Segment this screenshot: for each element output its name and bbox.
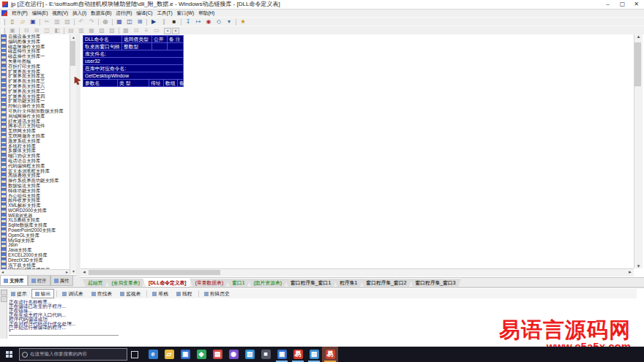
start-button[interactable]: [0, 347, 18, 362]
sidebar-tab-支持库[interactable]: 支持库: [0, 276, 28, 286]
app-green-icon[interactable]: ◆: [193, 347, 209, 362]
output-tab-调试表[interactable]: 调试表: [59, 289, 86, 298]
table-cell[interactable]: [152, 43, 168, 50]
open-app-doc-icon[interactable]: ▤: [306, 347, 322, 362]
task-view-button[interactable]: [127, 347, 142, 362]
table-row: 在库中对应命令名:: [83, 65, 183, 72]
menu-item[interactable]: 程序(P): [10, 10, 30, 17]
table-cell[interactable]: 整数型: [122, 43, 152, 50]
menu-item[interactable]: 编辑(E): [30, 10, 50, 17]
table-cell[interactable]: [168, 43, 190, 50]
menu-item[interactable]: 运行(R): [113, 10, 134, 17]
menu-item[interactable]: 插入(I): [70, 10, 89, 17]
edge-browser-icon[interactable]: e: [145, 347, 161, 362]
output-tab-输出[interactable]: 输出: [31, 289, 55, 298]
app-teal-icon[interactable]: ▥: [242, 347, 258, 362]
output-tab-提示[interactable]: 提示: [7, 289, 31, 298]
minimize-button[interactable]: –: [601, 0, 615, 9]
table-cell[interactable]: 在库中对应命令名:: [83, 65, 183, 72]
table-cell[interactable]: 参数名: [83, 80, 118, 86]
table-cell[interactable]: GetDesktopWindow: [83, 72, 183, 79]
output-tab-线程[interactable]: 线程: [173, 289, 196, 298]
tab-icon: [152, 292, 157, 296]
scroll-left-arrow[interactable]: ◄: [82, 270, 86, 274]
close-button[interactable]: ✕: [629, 0, 643, 9]
menu-item[interactable]: 帮助(H): [196, 10, 217, 17]
table-cell[interactable]: 数组: [164, 80, 178, 86]
flag-icon[interactable]: ▾: [225, 18, 233, 26]
library-list: 音频设备支持库编码图像支持库磁盘匣操作支持库磁盘特性支持库磁盘操作支持库一矢量绘…: [0, 34, 70, 269]
output-close-button[interactable]: [1, 296, 7, 302]
app-blue-icon[interactable]: ▣: [177, 347, 193, 362]
menu-item[interactable]: 编译(C): [134, 10, 154, 17]
scroll-right-arrow[interactable]: ►: [65, 270, 69, 275]
layout-split-icon[interactable]: ◫: [125, 18, 134, 26]
scrollbar-thumb[interactable]: [634, 42, 641, 86]
table-cell[interactable]: 备 注: [178, 80, 192, 86]
align-bottom-icon: ◫: [42, 27, 51, 34]
breakpoint-icon[interactable]: ◉: [204, 18, 213, 26]
task-view-icon: [131, 351, 138, 358]
open-app-elang-icon[interactable]: 易: [290, 347, 306, 362]
output-tab-监视表[interactable]: 监视表: [116, 289, 144, 298]
toolbar-grip[interactable]: [1, 19, 5, 26]
table-cell[interactable]: 公开: [152, 36, 168, 42]
scroll-up-arrow[interactable]: ▲: [634, 34, 643, 39]
save-icon[interactable]: ▣: [29, 18, 37, 26]
output-pin-button[interactable]: [1, 290, 7, 295]
dll-command-table: DLL命令名返回值类型公开备 注取桌面窗口句柄整数型库文件名:user32在库中…: [83, 35, 184, 87]
step-over-icon[interactable]: ↦: [194, 18, 203, 26]
table-row: 参数名类 型传址数组备 注: [83, 80, 183, 86]
open-file-icon[interactable]: ▱: [18, 18, 27, 26]
toolbar-grip[interactable]: [1, 28, 5, 34]
toolbar-separator: [64, 28, 64, 34]
run-icon[interactable]: ▶: [149, 18, 158, 26]
toolbar-separator: [181, 19, 181, 26]
table-cell[interactable]: user32: [83, 58, 183, 64]
layout-window-icon[interactable]: ▦: [115, 18, 124, 26]
stop-icon[interactable]: ■: [170, 18, 179, 26]
active-elang-icon[interactable]: 易: [322, 347, 338, 362]
taskbar-search-input[interactable]: 在这里输入你要搜索的内容: [19, 348, 127, 361]
scroll-left-arrow[interactable]: ◄: [1, 270, 4, 275]
sidebar-tab-属性[interactable]: 属性: [50, 276, 73, 286]
layout-grid-icon[interactable]: ⊞: [135, 18, 144, 26]
wizard-icon[interactable]: ★: [239, 18, 247, 26]
step-into-icon[interactable]: ↧: [184, 18, 192, 26]
output-tab-查找表[interactable]: 查找表: [88, 289, 116, 298]
table-cell[interactable]: 库文件名:: [83, 50, 183, 57]
table-cell[interactable]: 取桌面窗口句柄: [83, 43, 122, 50]
scrollbar-thumb[interactable]: [70, 41, 75, 66]
table-cell[interactable]: 返回值类型: [122, 36, 152, 42]
sidebar-horizontal-scrollbar[interactable]: ◄ ►: [0, 269, 70, 275]
watch-icon[interactable]: ◇: [214, 18, 223, 26]
menu-item[interactable]: 窗口(W): [175, 10, 196, 17]
panel-close-button[interactable]: ×: [172, 28, 179, 34]
output-grip[interactable]: [0, 289, 7, 339]
find-icon[interactable]: ◎: [101, 18, 110, 26]
table-cell[interactable]: DLL命令名: [83, 36, 122, 42]
app-red-icon[interactable]: ▤: [209, 347, 225, 362]
scrollbar-thumb[interactable]: [89, 270, 220, 275]
menu-item[interactable]: 数据库(B): [89, 10, 113, 17]
sidebar-tab-程序[interactable]: 程序: [28, 276, 50, 286]
table-cell[interactable]: 类 型: [118, 80, 149, 86]
app-dark-icon[interactable]: ■: [258, 347, 274, 362]
scroll-down-arrow[interactable]: ▼: [634, 264, 643, 268]
maximize-button[interactable]: ▢: [615, 0, 629, 9]
output-tab-堆栈[interactable]: 堆栈: [149, 289, 172, 298]
menu-item[interactable]: 视图(V): [50, 10, 70, 17]
file-explorer-icon[interactable]: ▱: [161, 347, 177, 362]
tab-icon: [11, 292, 15, 296]
app-glyph: ▱: [165, 350, 174, 359]
table-cell[interactable]: 传址: [149, 80, 164, 86]
table-cell[interactable]: 备 注: [168, 36, 190, 42]
open-app-blue-icon[interactable]: ▣: [274, 347, 290, 362]
panel-pin-button[interactable]: ▪: [164, 28, 171, 34]
output-tab-剪辑历史[interactable]: 剪辑历史: [201, 289, 233, 298]
scroll-right-arrow[interactable]: ►: [628, 270, 632, 274]
tab-separator: [198, 290, 199, 297]
menu-item[interactable]: 工具(T): [154, 10, 174, 17]
new-file-icon[interactable]: ▯: [8, 18, 17, 26]
app-purple-icon[interactable]: ◉: [225, 347, 242, 362]
